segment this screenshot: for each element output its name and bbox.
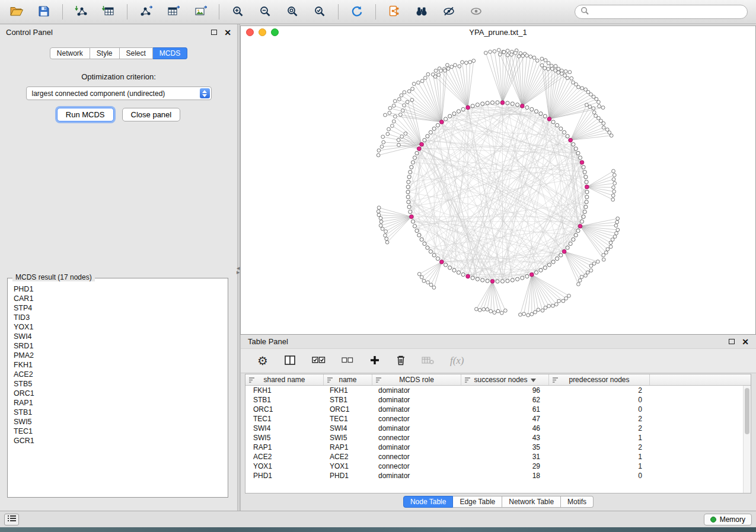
optimization-criterion-select[interactable]: largest connected component (undirected) xyxy=(26,86,212,100)
mcds-result-item[interactable]: STP4 xyxy=(9,303,226,313)
close-panel-icon[interactable]: ✕ xyxy=(224,28,231,37)
float-table-panel-icon[interactable] xyxy=(729,339,735,344)
find-network-button[interactable] xyxy=(411,3,432,21)
share-network-button[interactable] xyxy=(384,3,405,21)
tab-node-table[interactable]: Node Table xyxy=(403,496,454,508)
table-row[interactable]: STB1STB1dominator620 xyxy=(245,395,743,405)
mcds-result-item[interactable]: ACE2 xyxy=(9,370,226,379)
mcds-result-item[interactable]: CAR1 xyxy=(9,294,226,303)
mcds-result-item[interactable]: PHD1 xyxy=(9,284,226,294)
table-row[interactable]: TEC1TEC1connector472 xyxy=(245,414,743,424)
cell-mcds-role: connector xyxy=(372,434,461,442)
table-row[interactable]: FKH1FKH1dominator962 xyxy=(245,386,743,395)
run-mcds-button[interactable]: Run MCDS xyxy=(57,108,114,121)
memory-button[interactable]: Memory xyxy=(704,514,752,525)
tab-network-table[interactable]: Network Table xyxy=(502,496,561,508)
delete-column-button[interactable] xyxy=(396,355,406,367)
close-table-panel-icon[interactable]: ✕ xyxy=(742,338,749,346)
column-header-name[interactable]: name xyxy=(324,374,372,385)
mcds-result-item[interactable]: SWI5 xyxy=(9,417,226,427)
level-of-detail-button[interactable] xyxy=(465,3,487,21)
hide-graphics-button[interactable] xyxy=(438,3,460,21)
cell-mcds-role: connector xyxy=(372,462,461,470)
export-image-button[interactable] xyxy=(190,3,211,21)
mcds-result-item[interactable]: TEC1 xyxy=(9,427,226,436)
table-row[interactable]: YOX1YOX1connector291 xyxy=(245,462,743,471)
column-header-successor-nodes[interactable]: successor nodes xyxy=(461,374,549,385)
search-box[interactable] xyxy=(575,5,748,19)
maximize-window-icon[interactable] xyxy=(271,28,279,36)
eye-icon xyxy=(470,5,482,19)
table-row[interactable]: ACE2ACE2connector311 xyxy=(245,452,743,462)
mcds-result-item[interactable]: GCR1 xyxy=(9,436,226,446)
open-file-button[interactable] xyxy=(6,3,27,21)
cell-shared-name: PHD1 xyxy=(245,472,324,480)
table-settings-button[interactable]: ⚙ xyxy=(257,355,268,367)
table-row[interactable]: RAP1RAP1dominator352 xyxy=(245,443,743,452)
mcds-result-group: MCDS result (17 nodes) PHD1CAR1STP4TID3Y… xyxy=(7,278,228,498)
mcds-result-list[interactable]: PHD1CAR1STP4TID3YOX1SWI4SRD1PMA2FKH1ACE2… xyxy=(9,284,226,495)
node-table-header: shared name name MCDS role successor nod… xyxy=(245,374,751,386)
main-toolbar xyxy=(0,0,756,24)
close-window-icon[interactable] xyxy=(246,28,254,36)
mcds-result-item[interactable]: PMA2 xyxy=(9,351,226,360)
network-window-title: YPA_prune.txt_1 xyxy=(241,28,755,37)
network-window: YPA_prune.txt_1 xyxy=(240,25,756,335)
tab-edge-table[interactable]: Edge Table xyxy=(453,496,502,508)
zoom-fit-button[interactable] xyxy=(282,3,303,21)
mcds-result-item[interactable]: SRD1 xyxy=(9,341,226,351)
network-window-titlebar[interactable]: YPA_prune.txt_1 xyxy=(241,26,755,38)
save-session-button[interactable] xyxy=(33,3,55,21)
table-row[interactable]: SWI5SWI5connector431 xyxy=(245,433,743,443)
table-scrollbar-thumb[interactable] xyxy=(745,388,749,434)
optimization-criterion-label: Optimization criterion: xyxy=(0,72,237,81)
mcds-result-item[interactable]: SWI4 xyxy=(9,332,226,341)
zoom-in-button[interactable] xyxy=(227,3,248,21)
import-table-button[interactable] xyxy=(98,3,119,21)
column-header-shared-name[interactable]: shared name xyxy=(245,374,324,385)
function-builder-button[interactable]: f(x) xyxy=(450,355,464,367)
select-all-columns-button[interactable] xyxy=(312,356,326,366)
splitter-collapse-icon[interactable]: ◀▶ xyxy=(237,266,240,274)
tab-mcds[interactable]: MCDS xyxy=(153,47,187,59)
minimize-window-icon[interactable] xyxy=(259,28,266,36)
create-column-button[interactable] xyxy=(369,355,380,367)
tab-motifs[interactable]: Motifs xyxy=(561,496,594,508)
tab-style[interactable]: Style xyxy=(90,47,120,59)
import-network-button[interactable] xyxy=(71,3,92,21)
zoom-selected-button[interactable] xyxy=(309,3,330,21)
cell-predecessor-nodes: 2 xyxy=(549,443,650,451)
mcds-result-item[interactable]: TID3 xyxy=(9,313,226,322)
cell-shared-name: SWI5 xyxy=(245,434,324,442)
export-table-button[interactable] xyxy=(162,3,184,21)
tab-network[interactable]: Network xyxy=(50,47,90,59)
delete-table-button[interactable] xyxy=(422,355,434,367)
search-input[interactable] xyxy=(592,8,742,16)
checked-boxes-icon xyxy=(312,356,326,366)
close-panel-button[interactable]: Close panel xyxy=(122,108,181,121)
tab-select[interactable]: Select xyxy=(120,47,153,59)
table-row[interactable]: ORC1ORC1dominator610 xyxy=(245,405,743,414)
show-columns-button[interactable] xyxy=(284,355,296,367)
zoom-out-button[interactable] xyxy=(254,3,276,21)
column-header-mcds-role[interactable]: MCDS role xyxy=(372,374,461,385)
mcds-result-item[interactable]: FKH1 xyxy=(9,360,226,370)
export-network-button[interactable] xyxy=(135,3,157,21)
mcds-result-item[interactable]: STB5 xyxy=(9,379,226,389)
show-panels-button[interactable] xyxy=(4,514,19,525)
mcds-result-item[interactable]: STB1 xyxy=(9,408,226,417)
float-panel-icon[interactable] xyxy=(211,30,217,35)
mcds-result-item[interactable]: YOX1 xyxy=(9,322,226,332)
unselect-all-columns-button[interactable] xyxy=(342,357,353,366)
mcds-result-item[interactable]: ORC1 xyxy=(9,389,226,398)
cell-successor-nodes: 47 xyxy=(461,415,549,423)
mcds-result-item[interactable]: RAP1 xyxy=(9,398,226,408)
column-header-predecessor-nodes[interactable]: predecessor nodes xyxy=(549,374,650,385)
table-row[interactable]: SWI4SWI4dominator462 xyxy=(245,424,743,433)
table-scrollbar[interactable] xyxy=(743,386,751,493)
network-canvas[interactable] xyxy=(241,38,755,334)
cell-shared-name: STB1 xyxy=(245,396,324,404)
delete-table-icon xyxy=(422,355,434,367)
table-row[interactable]: PHD1PHD1dominator180 xyxy=(245,471,743,480)
refresh-button[interactable] xyxy=(346,3,368,21)
